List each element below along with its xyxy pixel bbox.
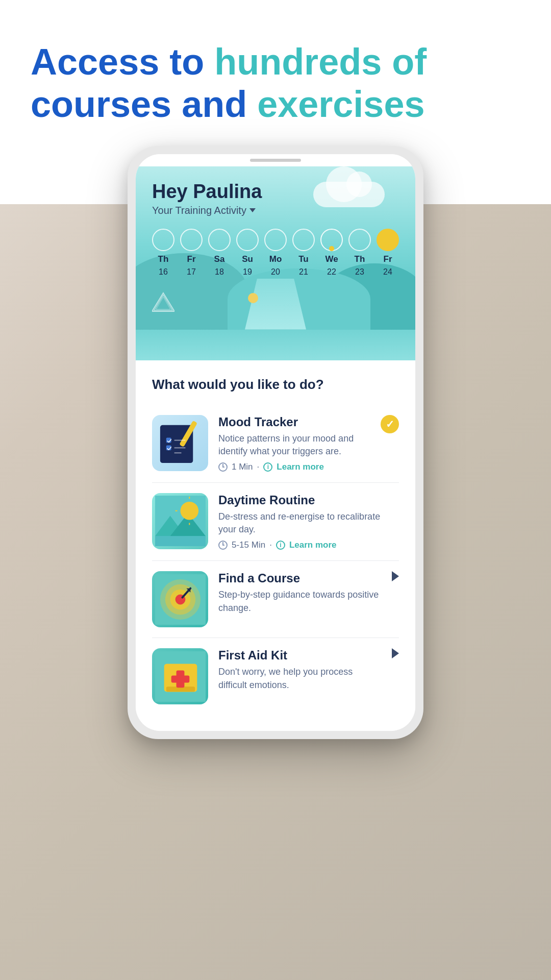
day-item-21[interactable]: Tu 21 [292, 229, 315, 277]
day-circle [377, 229, 399, 251]
greeting-subtitle[interactable]: Your Training Activity [152, 205, 399, 216]
card-title: First Aid Kit [218, 648, 382, 663]
day-short: Th [355, 254, 365, 264]
svg-point-17 [180, 502, 198, 520]
day-short: We [325, 254, 338, 264]
info-icon: i [263, 462, 272, 472]
clock-icon [218, 462, 228, 472]
headline-highlight2: exercises [257, 84, 424, 125]
leaf-logo [152, 292, 174, 314]
day-circle [264, 229, 287, 251]
info-icon: i [276, 541, 285, 550]
day-circle [236, 229, 259, 251]
day-number: 18 [215, 267, 224, 277]
walking-figure [245, 293, 261, 309]
app-greeting: Hey Paulina Your Training Activity [152, 181, 399, 216]
app-hero: Hey Paulina Your Training Activity Th 16… [136, 166, 415, 360]
day-number: 22 [327, 267, 336, 277]
activity-card-mood-tracker[interactable]: Mood Tracker Notice patterns in your moo… [152, 405, 399, 483]
day-circle [292, 229, 315, 251]
day-short: Fr [187, 254, 196, 264]
card-meta: 1 Min · i Learn more [218, 462, 370, 472]
day-item-24[interactable]: Fr 24 [377, 229, 399, 277]
day-number: 21 [299, 267, 308, 277]
day-short: Su [242, 254, 253, 264]
card-description: Don't worry, we help you process difficu… [218, 666, 382, 691]
app-content: What would you like to do? [136, 360, 415, 731]
headline-highlight1: hundreds of [214, 41, 427, 82]
card-title: Find a Course [218, 571, 382, 585]
first-aid-kit-thumbnail [152, 648, 208, 704]
day-number: 16 [159, 267, 168, 277]
day-item-22[interactable]: We 22 [320, 229, 343, 277]
card-action [392, 648, 399, 658]
card-action [392, 571, 399, 581]
card-description: Notice patterns in your mood and identif… [218, 432, 370, 458]
meta-dot: · [257, 462, 260, 472]
day-short: Th [158, 254, 169, 264]
day-item-17[interactable]: Fr 17 [180, 229, 203, 277]
greeting-name: Hey Paulina [152, 181, 399, 203]
phone-mockup: Hey Paulina Your Training Activity Th 16… [0, 146, 551, 740]
find-course-thumbnail [152, 571, 208, 627]
completed-check-badge: ✓ [381, 415, 399, 433]
card-info: First Aid Kit Don't worry, we help you p… [218, 648, 382, 695]
day-short: Fr [384, 254, 392, 264]
today-dot [329, 246, 334, 251]
svg-rect-21 [155, 536, 206, 547]
day-item-20[interactable]: Mo 20 [264, 229, 287, 277]
card-info: Find a Course Step-by-step guidance towa… [218, 571, 382, 618]
card-title: Daytime Routine [218, 493, 399, 507]
activity-card-first-aid-kit[interactable]: First Aid Kit Don't worry, we help you p… [152, 638, 399, 715]
card-meta: 5-15 Min · i Learn more [218, 540, 399, 550]
card-info: Mood Tracker Notice patterns in your moo… [218, 415, 370, 472]
day-circle [320, 229, 343, 251]
day-short: Tu [298, 254, 309, 264]
day-number: 20 [271, 267, 280, 277]
day-circle [348, 229, 371, 251]
headline-line1: Access to [31, 41, 214, 82]
main-headline: Access to hundreds of courses and exerci… [31, 41, 520, 126]
card-action: ✓ [381, 415, 399, 433]
day-circle [208, 229, 231, 251]
mood-tracker-thumbnail [152, 415, 208, 471]
day-number: 24 [383, 267, 392, 277]
day-short: Mo [269, 254, 282, 264]
notch-bar [250, 159, 301, 162]
clock-icon [218, 541, 228, 550]
learn-more-link[interactable]: Learn more [277, 462, 324, 472]
chevron-right-icon [392, 648, 399, 658]
section-title: What would you like to do? [152, 377, 399, 393]
chevron-right-icon [392, 571, 399, 581]
duration-text: 5-15 Min [232, 540, 265, 550]
day-short: Sa [214, 254, 225, 264]
day-item-18[interactable]: Sa 18 [208, 229, 231, 277]
checkmark-icon: ✓ [386, 419, 394, 429]
daytime-routine-thumbnail [152, 493, 208, 549]
day-number: 19 [243, 267, 252, 277]
learn-more-link[interactable]: Learn more [289, 540, 337, 550]
card-title: Mood Tracker [218, 415, 370, 429]
duration-text: 1 Min [232, 462, 253, 472]
day-number: 17 [187, 267, 196, 277]
headline-section: Access to hundreds of courses and exerci… [0, 0, 551, 156]
phone-screen: Hey Paulina Your Training Activity Th 16… [136, 154, 415, 731]
meta-dot: · [269, 540, 272, 550]
card-description: De-stress and re-energise to recalibrate… [218, 510, 399, 536]
phone-outer-shell: Hey Paulina Your Training Activity Th 16… [128, 146, 423, 740]
activity-card-daytime-routine[interactable]: Daytime Routine De-stress and re-energis… [152, 483, 399, 561]
day-strip[interactable]: Th 16 Fr 17 Sa 18 Su 19 Mo 20 Tu 21 We 2… [152, 229, 399, 277]
card-description: Step-by-step guidance towards positive c… [218, 589, 382, 614]
dropdown-chevron-icon [249, 208, 256, 212]
day-item-23[interactable]: Th 23 [348, 229, 371, 277]
headline-line2: courses and [31, 84, 257, 125]
day-number: 23 [355, 267, 364, 277]
activity-card-find-course[interactable]: Find a Course Step-by-step guidance towa… [152, 561, 399, 638]
day-item-19[interactable]: Su 19 [236, 229, 259, 277]
day-item-16[interactable]: Th 16 [152, 229, 174, 277]
day-circle [180, 229, 203, 251]
svg-rect-34 [171, 675, 189, 682]
activity-cards-list: Mood Tracker Notice patterns in your moo… [152, 405, 399, 715]
day-circle [152, 229, 174, 251]
phone-notch [136, 154, 415, 166]
